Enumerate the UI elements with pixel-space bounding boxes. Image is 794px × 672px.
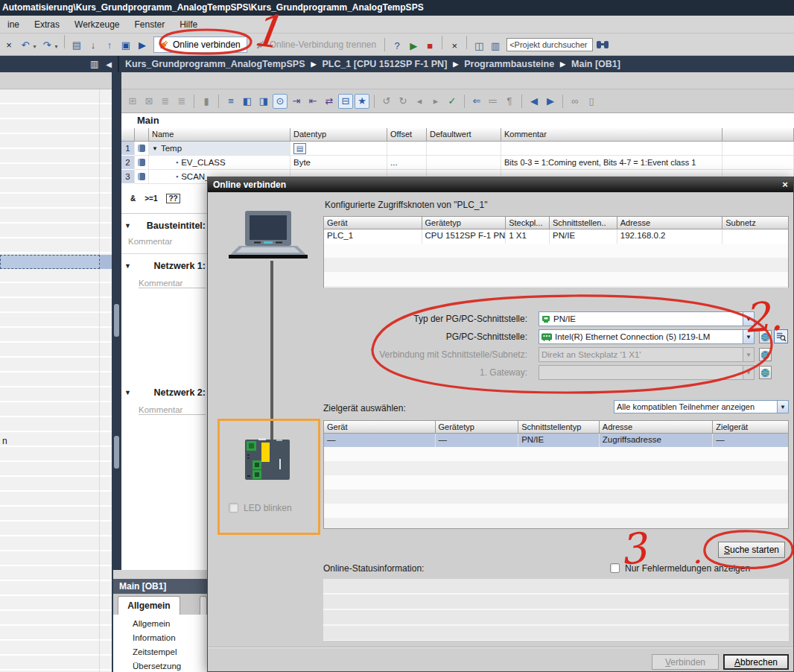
collapse-triangle-icon[interactable]: ▼ [124,262,131,270]
variable-comment[interactable]: Bits 0-3 = 1:Coming event, Bits 4-7 = 1:… [501,156,722,170]
expand-triangle-icon[interactable]: ▼ [152,145,158,152]
col-schnittstelle[interactable]: Schnittstellen.. [550,217,617,229]
breadcrumb-plc[interactable]: PLC_1 [CPU 1512SP F-1 PN] [322,59,447,69]
datatype-picker-button[interactable]: ▤ [293,143,306,154]
col-adresse[interactable]: Adresse [600,421,714,434]
open-all-branches-icon[interactable]: ⇥ [289,94,304,109]
stop-simulation-icon[interactable]: ■ [422,38,437,53]
tab-partial[interactable] [200,596,207,615]
cancel-button[interactable]: Abbrechen [723,654,789,670]
redo-icon[interactable]: ↷ [39,37,54,52]
inspector-header[interactable]: Main [OB1] [113,579,207,594]
delete-network-icon[interactable]: ⊠ [142,94,156,109]
divider-handle[interactable] [114,436,119,469]
keep-actual-values-icon[interactable]: ▮ [199,94,214,109]
col-schnittstellentyp[interactable]: Schnittstellentyp [518,421,600,434]
split-editor-vertical-icon[interactable]: ▥ [488,38,503,53]
compile-icon[interactable]: ▤ [69,37,84,52]
breadcrumb-main-ob1[interactable]: Main [OB1] [571,59,620,69]
table-row[interactable]: 2 ▪ EV_CLASS Byte ... Bits 0-3 = 1:Comin… [121,156,794,170]
consistency-check-icon[interactable]: ✓ [445,94,460,109]
online-connect-button[interactable]: Online verbinden [153,37,247,53]
col-datentyp[interactable]: Datentyp [290,128,387,142]
variable-datatype[interactable]: Byte [290,156,387,170]
redo-options-icon[interactable]: ▾ [53,39,60,54]
network1-section[interactable]: ▼ Netzwerk 1: [121,261,207,271]
properties-item-information[interactable]: Information [133,633,176,642]
table-row[interactable]: PLC_1 CPU 1512SP F-1 PN 1 X1 PN/IE 192.1… [324,229,788,244]
breadcrumb-project[interactable]: Kurs_Grundprogramm_AnalogTempSPS [125,59,305,69]
upload-from-device-icon[interactable]: ↑ [102,37,117,52]
menu-hilfe[interactable]: Hilfe [172,16,205,33]
menu-werkzeuge[interactable]: Werkzeuge [67,16,127,33]
interface-select[interactable]: Intel(R) Ethernet Connection (5) I219-LM… [539,329,755,344]
favorites-pane-icon[interactable]: ★ [355,94,369,109]
dialog-title-bar[interactable]: Online verbinden [208,177,793,192]
panel-columns-icon[interactable]: ▥ [90,59,98,69]
download-to-device-icon[interactable]: ↓ [86,37,101,52]
gateway-properties-button[interactable] [759,366,772,379]
tab-allgemein[interactable]: Allgemein [118,596,180,615]
subnet-properties-button[interactable] [759,348,772,361]
col-zielgeraet[interactable]: Zielgerät [713,421,788,434]
close-all-branches-icon[interactable]: ⇤ [305,94,320,109]
col-geraet[interactable]: Gerät [324,217,422,229]
network1-comment[interactable]: Kommentar [139,279,206,288]
collapse-networks-icon[interactable]: ◨ [256,94,271,109]
properties-item-uebersetzung[interactable]: Übersetzung [133,662,181,671]
dropdown-arrow-icon[interactable]: ▼ [777,401,788,413]
interface-type-select[interactable]: PN/IE ▼ [539,311,755,326]
jump-forward-icon[interactable]: ▶ [543,94,558,109]
block-title-section[interactable]: ▼ Bausteintitel: [121,221,207,231]
collapse-triangle-icon[interactable]: ▼ [124,389,131,396]
next-jump-icon[interactable]: ▸ [428,94,443,109]
col-geraetetyp[interactable]: Gerätetyp [422,217,506,229]
call-environment-icon[interactable]: ⇐ [469,94,484,109]
start-search-button[interactable]: Suche starten [718,542,785,558]
block-comment[interactable]: Kommentar [128,237,172,246]
and-box-icon[interactable]: & [130,194,136,203]
col-steckplatz[interactable]: Steckpl... [506,217,550,229]
project-tree-selected-row[interactable] [0,255,100,269]
col-geraet[interactable]: Gerät [324,421,436,434]
table-row[interactable]: 1 ▼ Temp ▤ [121,142,794,156]
col-geraetetyp[interactable]: Gerätetyp [436,421,519,434]
col-name[interactable]: Name [149,128,290,142]
online-disconnect-button[interactable]: Online-Verbindung trennen [250,37,381,53]
menu-extras[interactable]: Extras [27,16,67,33]
compatible-filter-select[interactable]: Alle kompatiblen Teilnehmer anzeigen ▼ [614,400,789,413]
accessible-devices-icon[interactable]: ? [390,38,404,53]
start-runtime-icon[interactable]: ▶ [135,37,150,52]
menu-fenster[interactable]: Fenster [127,16,173,33]
snapshot-values-icon[interactable]: ▯ [584,94,599,109]
col-subnetz[interactable]: Subnetz [722,217,788,229]
load-snapshot-icon[interactable]: ▣ [118,37,133,52]
interface-properties-button[interactable] [759,330,772,343]
menu-online[interactable]: ine [0,16,27,33]
search-project-icon[interactable] [596,39,609,50]
undo-options-icon[interactable]: ▾ [31,39,38,54]
col-offset[interactable]: Offset [387,128,427,142]
undo-network-icon[interactable]: ↺ [379,94,394,109]
close-icon[interactable]: × [1,37,16,52]
assignment-list-icon[interactable]: ≔ [486,94,501,109]
free-form-comment-icon[interactable]: ¶ [502,94,517,109]
network-comments-icon[interactable]: ⊙ [273,94,288,109]
jump-back-icon[interactable]: ◀ [527,94,541,109]
previous-jump-icon[interactable]: ◂ [412,94,427,109]
dialog-close-icon[interactable]: × [779,179,791,191]
collapse-triangle-icon[interactable]: ▼ [124,222,131,229]
branch-swap-icon[interactable]: ⇄ [322,94,337,109]
redo-network-icon[interactable]: ↻ [396,94,410,109]
network2-section[interactable]: ▼ Netzwerk 2: [121,387,207,398]
collapse-left-icon[interactable]: ◀ [106,60,112,69]
insert-row-icon[interactable]: ≣ [158,94,173,109]
properties-item-allgemein[interactable]: Allgemein [133,619,171,628]
absolute-operands-icon[interactable]: ⊟ [338,94,353,109]
show-accessible-devices-button[interactable] [774,329,788,343]
properties-item-zeitstempel[interactable]: Zeitstempel [133,647,177,656]
target-device-row[interactable]: — — PN/IE Zugriffsadresse — [324,434,788,447]
network2-comment[interactable]: Kommentar [139,405,206,415]
start-simulation-icon[interactable]: ▶ [406,38,421,53]
dropdown-arrow-icon[interactable]: ▼ [743,312,754,326]
